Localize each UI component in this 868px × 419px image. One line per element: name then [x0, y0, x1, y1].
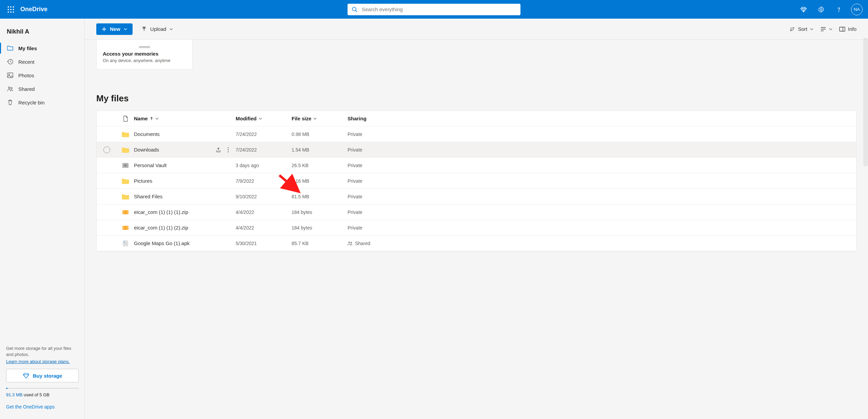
column-size[interactable]: File size	[292, 116, 348, 121]
chevron-down-icon	[829, 27, 832, 31]
upload-button[interactable]: Upload	[138, 24, 177, 34]
diamond-icon	[23, 372, 29, 379]
svg-rect-30	[124, 242, 125, 242]
table-row[interactable]: Google Maps Go (1).apk5/30/202185.7 KBSh…	[97, 236, 856, 251]
svg-point-0	[8, 6, 9, 7]
help-button[interactable]	[831, 1, 847, 18]
cell-size: 81.5 MB	[292, 194, 348, 199]
cell-name[interactable]: Pictures	[134, 178, 236, 184]
buy-storage-button[interactable]: Buy storage	[6, 369, 79, 382]
storage-plans-link[interactable]: Learn more about storage plans.	[6, 359, 70, 364]
file-type-icon	[117, 240, 134, 247]
cell-sharing: Private	[348, 225, 409, 231]
search-input[interactable]	[348, 4, 520, 15]
cell-name[interactable]: eicar_com (1) (1) (2).zip	[134, 225, 236, 231]
cell-name[interactable]: Shared Files	[134, 194, 236, 199]
sidebar-nav: My filesRecentPhotosSharedRecycle bin	[0, 41, 84, 109]
photos-icon	[7, 72, 14, 79]
svg-point-11	[821, 8, 822, 10]
plus-icon	[102, 27, 106, 32]
table-row[interactable]: eicar_com (1) (1) (2).zip4/4/2022184 byt…	[97, 220, 856, 236]
sidebar: Nikhil A My filesRecentPhotosSharedRecyc…	[0, 19, 85, 419]
sort-button[interactable]: Sort	[790, 26, 813, 32]
file-type-icon	[117, 194, 134, 200]
info-label: Info	[848, 26, 856, 32]
info-button[interactable]: Info	[839, 26, 856, 32]
column-name[interactable]: Name	[134, 116, 236, 121]
cell-name[interactable]: Google Maps Go (1).apk	[134, 240, 236, 246]
svg-rect-31	[124, 243, 127, 243]
chevron-down-icon	[170, 27, 173, 31]
cell-size: 85.7 KB	[292, 241, 348, 246]
sidebar-item-label: Photos	[18, 73, 34, 78]
column-file-icon[interactable]	[117, 116, 134, 122]
sidebar-item-label: Recycle bin	[18, 100, 45, 105]
table-header: Name Modified File size Sharing	[97, 111, 856, 126]
cell-modified: 9/10/2022	[236, 194, 292, 199]
buy-storage-label: Buy storage	[33, 373, 62, 379]
storage-promo-text: Get more storage for all your files and …	[6, 345, 78, 358]
table-row[interactable]: Pictures7/9/20227.16 MBPrivate	[97, 173, 856, 189]
share-icon[interactable]	[215, 147, 221, 153]
search-icon	[352, 6, 358, 13]
upload-icon	[141, 26, 147, 32]
cell-modified: 4/4/2022	[236, 225, 292, 231]
svg-point-21	[228, 151, 229, 152]
cell-name[interactable]: Documents	[134, 131, 236, 137]
more-icon[interactable]	[228, 147, 229, 153]
memories-illustration	[103, 43, 186, 48]
section-title: My files	[96, 93, 856, 104]
settings-button[interactable]	[813, 1, 829, 18]
info-icon	[839, 26, 845, 32]
storage-used-amount[interactable]: 91.3 MB	[6, 392, 22, 397]
cell-size: 0.98 MB	[292, 132, 348, 137]
cell-name[interactable]: Downloads	[134, 147, 236, 153]
search-container	[348, 4, 520, 15]
svg-point-12	[839, 11, 839, 11]
svg-point-34	[351, 242, 352, 243]
folder-icon	[7, 45, 14, 52]
cell-name[interactable]: eicar_com (1) (1) (1).zip	[134, 209, 236, 215]
get-apps-link[interactable]: Get the OneDrive apps	[6, 404, 78, 410]
svg-rect-32	[124, 244, 127, 244]
sidebar-item-recycle-bin[interactable]: Recycle bin	[0, 96, 84, 109]
premium-button[interactable]	[795, 1, 812, 18]
svg-rect-18	[840, 27, 845, 31]
table-row[interactable]: Shared Files9/10/202281.5 MBPrivate	[97, 189, 856, 204]
account-avatar[interactable]: NA	[851, 4, 863, 15]
svg-point-9	[352, 7, 356, 11]
new-label: New	[110, 26, 120, 32]
sidebar-item-my-files[interactable]: My files	[0, 41, 84, 55]
scrollbar[interactable]	[863, 38, 868, 166]
column-sharing[interactable]: Sharing	[348, 116, 409, 121]
table-row[interactable]: Personal Vault3 days ago26.5 KBPrivate	[97, 158, 856, 173]
svg-point-17	[11, 87, 12, 89]
svg-point-19	[228, 147, 229, 148]
sidebar-item-shared[interactable]: Shared	[0, 82, 84, 96]
recent-icon	[7, 58, 14, 65]
file-table: Name Modified File size Sharing	[96, 111, 856, 252]
file-type-icon	[117, 209, 134, 215]
view-options-button[interactable]	[820, 26, 832, 32]
cell-modified: 7/9/2022	[236, 178, 292, 184]
table-row[interactable]: Downloads7/24/20221.54 MBPrivate	[97, 142, 856, 158]
cell-size: 184 bytes	[292, 210, 348, 215]
app-launcher-button[interactable]	[3, 1, 19, 18]
svg-point-20	[228, 149, 229, 150]
table-row[interactable]: eicar_com (1) (1) (1).zip4/4/2022184 byt…	[97, 204, 856, 220]
column-modified[interactable]: Modified	[236, 116, 292, 121]
sidebar-item-recent[interactable]: Recent	[0, 55, 84, 68]
new-button[interactable]: New	[96, 23, 133, 35]
cell-modified: 4/4/2022	[236, 210, 292, 215]
table-row[interactable]: Documents7/24/20220.98 MBPrivate	[97, 126, 856, 142]
memories-card[interactable]: Access your memories On any device, anyw…	[96, 40, 193, 69]
sidebar-item-label: Shared	[18, 86, 35, 92]
sidebar-item-photos[interactable]: Photos	[0, 68, 84, 82]
svg-point-16	[8, 87, 10, 89]
svg-point-4	[10, 9, 12, 10]
sidebar-item-label: My files	[18, 45, 37, 51]
row-select[interactable]	[97, 146, 117, 153]
cell-name[interactable]: Personal Vault	[134, 162, 236, 168]
brand-name[interactable]: OneDrive	[20, 6, 47, 13]
recycle-icon	[7, 99, 14, 106]
